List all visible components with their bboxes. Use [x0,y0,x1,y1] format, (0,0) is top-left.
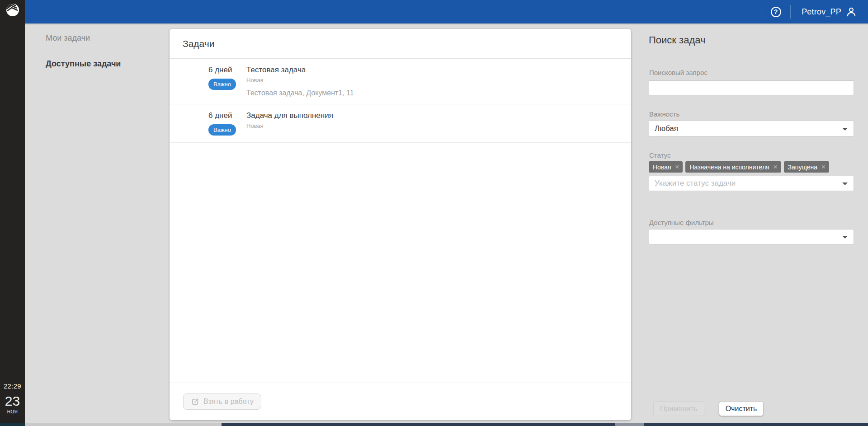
clock-month: ноя [0,409,25,414]
task-title: Задача для выполнения [246,111,622,120]
clock-day: 23 [0,394,25,408]
help-button[interactable]: ? [761,0,790,23]
bottom-edge-segment [0,423,25,426]
status-chip: Запущена ✕ [784,161,829,173]
status-label: Статус [649,151,670,159]
task-title: Тестовая задача [246,66,622,75]
chip-remove-icon[interactable]: ✕ [821,164,826,170]
chip-remove-icon[interactable]: ✕ [675,164,680,170]
status-chip-label: Запущена [788,164,818,171]
take-to-work-label: Взять в работу [203,398,254,406]
search-panel: Поиск задач Поисковый запрос Важность Лю… [649,23,854,423]
task-due-label: 6 дней [208,66,246,75]
bottom-edge-segment [25,423,222,426]
search-query-input[interactable] [649,80,854,95]
chevron-down-icon [842,183,848,185]
tasks-card-title: Задачи [183,38,215,49]
nav-item[interactable]: Мои задачи [25,27,170,49]
left-rail: 22:29 23 ноя [0,0,25,426]
clock-time: 22:29 [0,382,25,390]
filters-label: Доступные фильтры [649,219,714,226]
chevron-down-icon [842,128,848,131]
search-panel-buttons: Применить Очистить [649,401,764,416]
user-menu-button[interactable]: Petrov_PP [791,0,860,23]
task-meta: 6 дней Важно [208,66,246,90]
importance-selected-value: Любая [655,124,678,133]
bottom-edge-segment [644,423,868,426]
take-to-work-button[interactable]: Взять в работу [183,393,261,410]
task-meta: 6 дней Важно [208,111,246,136]
status-chip-label: Новая [653,164,671,171]
task-description: Тестовая задача, Документ1, 11 [246,89,622,97]
task-row[interactable]: 6 дней Важно Задача для выполнения Новая [170,104,631,143]
take-to-work-icon [191,398,199,406]
task-content: Тестовая задача Новая Тестовая задача, Д… [246,66,622,97]
topbar: ? Petrov_PP [0,0,868,23]
nav-item[interactable]: Доступные задачи [25,53,170,75]
help-icon: ? [771,7,781,17]
filters-select[interactable] [649,229,854,244]
importance-select[interactable]: Любая [649,121,854,136]
bottom-edge-segment [615,423,644,426]
left-nav: Мои задачи Доступные задачи [25,23,170,75]
clear-button[interactable]: Очистить [719,401,764,416]
task-due-label: 6 дней [208,111,246,120]
tasks-card-footer: Взять в работу [170,383,631,420]
topbar-right-group: ? Petrov_PP [761,0,860,23]
clock-widget: 22:29 23 ноя [0,382,25,414]
task-importance-badge: Важно [208,124,236,136]
status-select[interactable]: Укажите статус задачи [649,176,854,191]
tasks-card-header: Задачи [170,29,631,59]
chip-remove-icon[interactable]: ✕ [773,164,778,170]
status-chips-row: Новая ✕ Назначена на исполнителя ✕ Запущ… [649,161,854,173]
status-chip: Назначена на исполнителя ✕ [685,161,781,173]
task-row[interactable]: 6 дней Важно Тестовая задача Новая Тесто… [170,59,631,104]
task-status: Новая [246,122,622,129]
status-chip-label: Назначена на исполнителя [689,164,769,171]
query-label: Поисковый запрос [649,69,708,76]
user-icon [845,6,857,18]
status-select-placeholder: Укажите статус задачи [655,179,736,188]
chevron-down-icon [842,236,848,239]
task-list: 6 дней Важно Тестовая задача Новая Тесто… [170,59,631,383]
bottom-edge-segment [222,423,615,426]
task-content: Задача для выполнения Новая [246,111,622,129]
status-chip: Новая ✕ [649,161,683,173]
importance-label: Важность [649,110,679,118]
search-panel-title: Поиск задач [649,34,705,46]
tasks-card: Задачи 6 дней Важно Тестовая задача Нова… [170,29,631,420]
username-label: Petrov_PP [802,7,841,17]
task-status: Новая [246,77,622,84]
apply-button[interactable]: Применить [653,401,704,416]
task-importance-badge: Важно [208,79,236,90]
sberbank-logo-icon [6,3,19,19]
